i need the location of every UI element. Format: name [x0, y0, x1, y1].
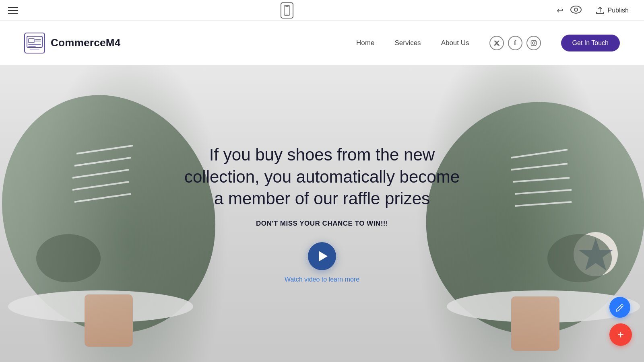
nav-item-about[interactable]: About Us — [441, 39, 469, 47]
twitter-social-button[interactable] — [489, 36, 504, 50]
instagram-social-button[interactable] — [526, 36, 541, 50]
facebook-social-button[interactable]: f — [508, 36, 522, 50]
hero-section: If you buy shoes from the new collection… — [0, 65, 644, 362]
get-in-touch-button[interactable]: Get In Touch — [561, 35, 620, 51]
watch-video-link[interactable]: Watch video to learn more — [285, 276, 359, 283]
svg-rect-6 — [29, 39, 34, 43]
site-title: CommerceM4 — [51, 37, 121, 49]
svg-line-35 — [620, 306, 622, 307]
hamburger-menu-icon[interactable] — [8, 7, 18, 14]
hero-headline: If you buy shoes from the new collection… — [181, 144, 463, 210]
logo-area: CommerceM4 — [24, 33, 121, 53]
undo-icon[interactable]: ↩ — [557, 6, 564, 15]
play-triangle-icon — [319, 251, 328, 261]
nav-item-home[interactable]: Home — [356, 39, 374, 47]
hero-subline: DON'T MISS YOUR CHANCE TO WIN!!! — [256, 220, 388, 228]
publish-button[interactable]: Publish — [588, 4, 636, 17]
fab-container: + — [609, 297, 632, 346]
play-video-button[interactable] — [308, 242, 336, 270]
add-fab-button[interactable]: + — [609, 323, 632, 346]
video-play-area: Watch video to learn more — [285, 242, 359, 283]
social-links: f — [489, 36, 541, 50]
svg-point-4 — [574, 8, 578, 11]
svg-rect-11 — [30, 49, 39, 50]
svg-point-13 — [533, 42, 535, 44]
toolbar-center — [281, 2, 293, 19]
nav-item-services[interactable]: Services — [394, 39, 421, 47]
navigation: Home Services About Us f — [356, 35, 620, 51]
toolbar-right: ↩ Publish — [557, 4, 636, 17]
hero-content: If you buy shoes from the new collection… — [0, 65, 644, 362]
website-wrapper: CommerceM4 Home Services About Us — [0, 21, 644, 362]
toolbar: ↩ Publish — [0, 0, 644, 21]
logo-icon — [24, 33, 45, 53]
svg-point-3 — [571, 6, 581, 13]
nav-links: Home Services About Us — [356, 39, 469, 47]
publish-label: Publish — [608, 7, 629, 14]
svg-point-14 — [535, 41, 536, 42]
preview-eye-icon[interactable] — [570, 5, 582, 16]
toolbar-left — [8, 7, 18, 14]
mobile-preview-icon[interactable] — [281, 2, 293, 19]
site-header: CommerceM4 Home Services About Us — [0, 21, 644, 65]
svg-point-2 — [287, 13, 287, 14]
edit-fab-button[interactable] — [609, 297, 630, 318]
svg-rect-5 — [27, 36, 42, 47]
